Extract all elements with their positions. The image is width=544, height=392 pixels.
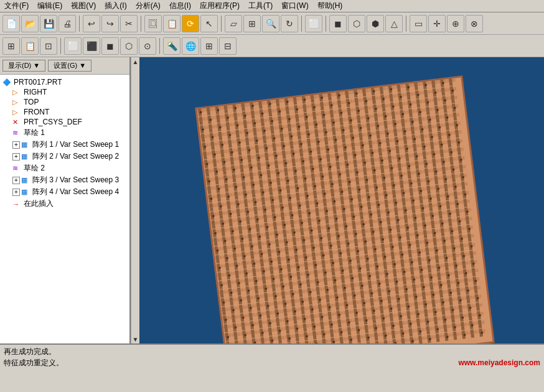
open-btn[interactable]: 📂 bbox=[21, 15, 39, 32]
datum-plane-top-icon: ▷ bbox=[12, 98, 22, 106]
tree-front-label: FRONT bbox=[24, 108, 49, 116]
new-btn[interactable]: 📄 bbox=[2, 15, 20, 32]
t2-btn2[interactable]: 📋 bbox=[21, 37, 39, 55]
scroll-down-arrow[interactable]: ▼ bbox=[131, 335, 140, 343]
point-btn[interactable]: ⊗ bbox=[466, 15, 483, 32]
tree-array3-label: 阵列 3 / Var Sect Sweep 3 bbox=[32, 175, 119, 185]
tree-root-label: PRT0017.PRT bbox=[14, 78, 62, 86]
sep2 bbox=[141, 16, 141, 32]
sep3 bbox=[221, 16, 222, 32]
tree-right[interactable]: ▷ RIGHT bbox=[2, 87, 127, 97]
menu-edit[interactable]: 编辑(E) bbox=[35, 1, 64, 11]
menu-bar: 文件(F) 编辑(E) 视图(V) 插入(I) 分析(A) 信息(I) 应用程序… bbox=[0, 0, 544, 12]
feature-btn[interactable]: ⊞ bbox=[243, 15, 261, 32]
undo-btn[interactable]: ↩ bbox=[83, 15, 100, 32]
datum-plane-icon: ▷ bbox=[12, 88, 22, 96]
left-panel: 显示(D) ▼ 设置(G) ▼ 🔷 PRT0017.PRT ▷ RIGHT ▷ … bbox=[0, 57, 131, 343]
array3-icon: ▦ bbox=[21, 176, 31, 184]
status-line-1: 再生成功完成。 bbox=[4, 346, 540, 357]
sketch-icon: ≋ bbox=[12, 129, 22, 137]
sketch-btn[interactable]: ▱ bbox=[225, 15, 242, 32]
redo-btn[interactable]: ↪ bbox=[101, 15, 119, 32]
toolbar-1: 📄 📂 💾 🖨 ↩ ↪ ✂ ⿴ 📋 ⟳ ↖ ▱ ⊞ 🔍 ↻ ⬜ ◼ ⬡ ⬢ △ … bbox=[0, 12, 544, 35]
t2-btn8[interactable]: ⊙ bbox=[139, 37, 156, 55]
insert-arrow-icon: → bbox=[12, 200, 22, 208]
settings-btn[interactable]: 设置(G) ▼ bbox=[48, 60, 91, 72]
datum-plane-front-icon: ▷ bbox=[12, 108, 22, 116]
tree-array1[interactable]: + ▦ 阵列 1 / Var Sect Sweep 1 bbox=[2, 139, 127, 151]
menu-help[interactable]: 帮助(H) bbox=[316, 1, 345, 11]
tree-sketch1-label: 草绘 1 bbox=[24, 128, 45, 138]
menu-analysis[interactable]: 分析(A) bbox=[134, 1, 162, 11]
wire-btn[interactable]: ⬡ bbox=[348, 15, 365, 32]
spin-btn[interactable]: ↻ bbox=[281, 15, 298, 32]
expand-array3[interactable]: + bbox=[12, 177, 20, 184]
datum-btn[interactable]: ▭ bbox=[410, 15, 427, 32]
array1-icon: ▦ bbox=[21, 141, 31, 149]
copy-btn[interactable]: ⿴ bbox=[144, 15, 162, 32]
panel-right-scroll[interactable]: ▲ ▼ bbox=[131, 57, 139, 343]
panel-toolbar: 显示(D) ▼ 设置(G) ▼ bbox=[0, 57, 129, 75]
sep4 bbox=[301, 16, 302, 32]
bottom-panel: 再生成功完成。 特征成功重定义。 www.meiyadesign.com bbox=[0, 343, 544, 370]
t2-btn5[interactable]: ⬛ bbox=[83, 37, 100, 55]
viewport[interactable] bbox=[139, 57, 544, 343]
menu-insert[interactable]: 插入(I) bbox=[103, 1, 128, 11]
cut-btn[interactable]: ✂ bbox=[120, 15, 138, 32]
tree-area: 🔷 PRT0017.PRT ▷ RIGHT ▷ TOP ▷ FRONT bbox=[0, 75, 129, 343]
t2-btn7[interactable]: ⬡ bbox=[120, 37, 138, 55]
t2-btn11[interactable]: ⊞ bbox=[200, 37, 218, 55]
sep5 bbox=[326, 16, 326, 32]
watermark: www.meiyadesign.com bbox=[458, 358, 540, 367]
tree-front[interactable]: ▷ FRONT bbox=[2, 107, 127, 117]
tree-array1-label: 阵列 1 / Var Sect Sweep 1 bbox=[32, 139, 119, 150]
tree-root[interactable]: 🔷 PRT0017.PRT bbox=[2, 77, 127, 87]
t2-btn12[interactable]: ⊟ bbox=[219, 37, 237, 55]
tsep1 bbox=[60, 38, 61, 54]
menu-view[interactable]: 视图(V) bbox=[69, 1, 98, 11]
t2-btn1[interactable]: ⊞ bbox=[2, 37, 20, 55]
tree-sketch1[interactable]: ≋ 草绘 1 bbox=[2, 127, 127, 139]
menu-window[interactable]: 窗口(W) bbox=[279, 1, 310, 11]
t2-btn6[interactable]: ◼ bbox=[101, 37, 119, 55]
tree-array4-label: 阵列 4 / Var Sect Sweep 4 bbox=[32, 187, 119, 197]
array2-icon: ▦ bbox=[21, 152, 31, 161]
t2-btn10[interactable]: 🌐 bbox=[182, 37, 199, 55]
tree-top[interactable]: ▷ TOP bbox=[2, 97, 127, 107]
menu-info[interactable]: 信息(I) bbox=[167, 1, 193, 11]
sep6 bbox=[406, 16, 406, 32]
tree-right-label: RIGHT bbox=[24, 88, 47, 96]
csys-btn[interactable]: ✛ bbox=[428, 15, 446, 32]
menu-tools[interactable]: 工具(T) bbox=[246, 1, 274, 11]
print-btn[interactable]: 🖨 bbox=[59, 15, 76, 32]
tree-array3[interactable]: + ▦ 阵列 3 / Var Sect Sweep 3 bbox=[2, 174, 127, 186]
paste-btn[interactable]: 📋 bbox=[163, 15, 181, 32]
menu-file[interactable]: 文件(F) bbox=[2, 1, 30, 11]
nohidden-btn[interactable]: △ bbox=[385, 15, 403, 32]
select-btn[interactable]: ↖ bbox=[200, 15, 218, 32]
save-btn[interactable]: 💾 bbox=[40, 15, 57, 32]
main-area: 显示(D) ▼ 设置(G) ▼ 🔷 PRT0017.PRT ▷ RIGHT ▷ … bbox=[0, 57, 544, 343]
sketch2-icon: ≋ bbox=[12, 164, 22, 172]
tree-csys[interactable]: ✕ PRT_CSYS_DEF bbox=[2, 117, 127, 127]
tree-array4[interactable]: + ▦ 阵列 4 / Var Sect Sweep 4 bbox=[2, 186, 127, 198]
zoom-btn[interactable]: 🔍 bbox=[262, 15, 279, 32]
display-btn[interactable]: 显示(D) ▼ bbox=[2, 60, 45, 72]
scroll-up-arrow[interactable]: ▲ bbox=[131, 57, 140, 66]
tree-sketch2-label: 草绘 2 bbox=[24, 163, 45, 174]
t2-btn3[interactable]: ⊡ bbox=[40, 37, 57, 55]
expand-array2[interactable]: + bbox=[12, 153, 20, 161]
t2-btn9[interactable]: 🔦 bbox=[163, 37, 181, 55]
tree-sketch2[interactable]: ≋ 草绘 2 bbox=[2, 162, 127, 174]
expand-array1[interactable]: + bbox=[12, 141, 20, 149]
menu-apps[interactable]: 应用程序(P) bbox=[198, 1, 242, 11]
t2-btn4[interactable]: ⬜ bbox=[64, 37, 82, 55]
tree-insert-here[interactable]: → 在此插入 bbox=[2, 198, 127, 210]
shade-btn[interactable]: ◼ bbox=[329, 15, 347, 32]
hidden-btn[interactable]: ⬢ bbox=[367, 15, 384, 32]
view1-btn[interactable]: ⬜ bbox=[305, 15, 322, 32]
regen-btn[interactable]: ⟳ bbox=[182, 15, 199, 32]
axis-btn[interactable]: ⊕ bbox=[447, 15, 464, 32]
tree-array2[interactable]: + ▦ 阵列 2 / Var Sect Sweep 2 bbox=[2, 151, 127, 162]
expand-array4[interactable]: + bbox=[12, 189, 20, 196]
